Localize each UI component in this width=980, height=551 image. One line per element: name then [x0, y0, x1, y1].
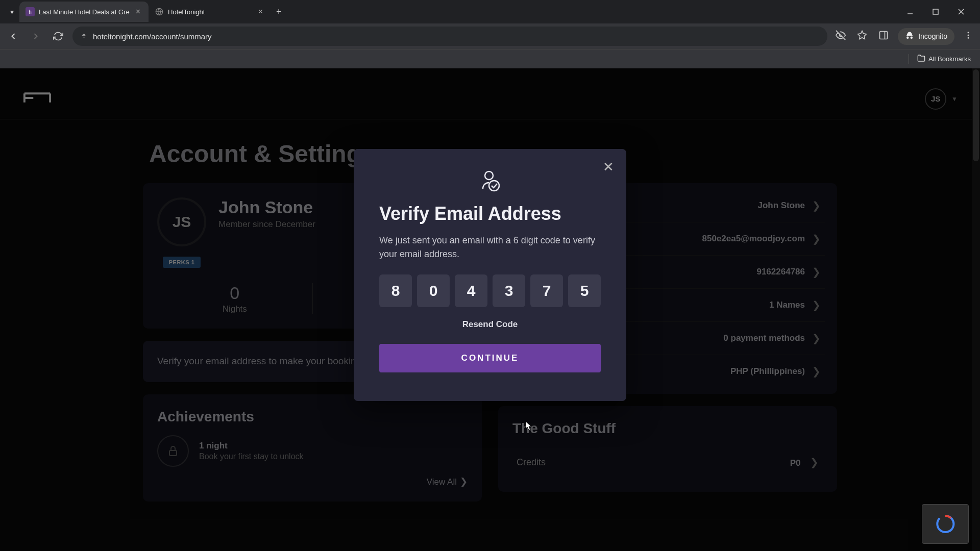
svg-rect-3 [880, 31, 888, 39]
code-digit-6[interactable] [568, 274, 601, 307]
modal-title: Verify Email Address [379, 203, 601, 224]
site-info-icon[interactable] [80, 32, 88, 41]
tab-title: HotelTonight [168, 8, 252, 16]
browser-chrome: ▾ h Last Minute Hotel Deals at Gre × Hot… [0, 0, 980, 68]
modal-description: We just sent you an email with a 6 digit… [379, 234, 601, 261]
resend-code-link[interactable]: Resend Code [379, 319, 601, 330]
svg-point-8 [485, 171, 493, 180]
separator [909, 54, 909, 64]
url-field[interactable]: hoteltonight.com/account/summary [72, 27, 827, 46]
svg-rect-1 [933, 9, 938, 14]
svg-point-5 [968, 34, 969, 36]
code-digit-1[interactable] [379, 274, 412, 307]
modal-close-button[interactable]: ✕ [603, 159, 614, 175]
favicon-globe-icon [155, 7, 164, 16]
all-bookmarks-label: All Bookmarks [928, 55, 971, 63]
code-digit-5[interactable] [530, 274, 563, 307]
incognito-label: Incognito [918, 32, 947, 40]
tab-close-button[interactable]: × [134, 6, 142, 17]
tab-close-button[interactable]: × [256, 6, 265, 17]
verify-email-modal: ✕ Verify Email Address We just sent you … [354, 149, 626, 401]
svg-marker-2 [858, 31, 867, 39]
browser-tab[interactable]: HotelTonight × [149, 2, 271, 22]
address-bar: hoteltonight.com/account/summary Incogni… [0, 23, 980, 49]
continue-button[interactable]: CONTINUE [379, 344, 601, 372]
svg-point-9 [489, 181, 499, 191]
svg-point-4 [968, 32, 969, 33]
verification-code-inputs [379, 274, 601, 307]
back-button[interactable] [5, 28, 21, 44]
bookmark-star-icon[interactable] [855, 28, 869, 45]
bookmarks-bar: All Bookmarks [0, 49, 980, 68]
browser-menu-icon[interactable] [962, 29, 975, 44]
code-digit-4[interactable] [493, 274, 525, 307]
new-tab-button[interactable]: + [271, 5, 287, 19]
svg-point-6 [968, 37, 969, 38]
recaptcha-badge[interactable] [922, 504, 969, 544]
forward-button[interactable] [28, 28, 44, 44]
favicon-hoteltonight-icon: h [26, 7, 35, 16]
code-digit-2[interactable] [417, 274, 450, 307]
all-bookmarks-button[interactable]: All Bookmarks [917, 54, 971, 64]
code-digit-3[interactable] [455, 274, 487, 307]
folder-icon [917, 54, 925, 64]
url-text: hoteltonight.com/account/summary [93, 32, 212, 41]
user-verified-icon [379, 168, 601, 193]
close-window-button[interactable] [952, 5, 970, 18]
minimize-button[interactable] [901, 5, 919, 18]
page-viewport: JS ▼ Account & Settings JS PERKS 1 John … [0, 68, 980, 551]
eye-off-icon[interactable] [834, 28, 848, 45]
incognito-icon [905, 31, 914, 42]
maximize-button[interactable] [927, 5, 944, 18]
reload-button[interactable] [50, 28, 66, 44]
tab-title: Last Minute Hotel Deals at Gre [39, 8, 130, 16]
side-panel-icon[interactable] [876, 28, 891, 45]
incognito-badge[interactable]: Incognito [898, 28, 954, 45]
tab-search-dropdown[interactable]: ▾ [4, 4, 19, 19]
browser-tab-active[interactable]: h Last Minute Hotel Deals at Gre × [19, 2, 149, 22]
window-controls [901, 5, 976, 18]
tab-bar: ▾ h Last Minute Hotel Deals at Gre × Hot… [0, 0, 980, 23]
address-bar-actions: Incognito [834, 28, 975, 45]
